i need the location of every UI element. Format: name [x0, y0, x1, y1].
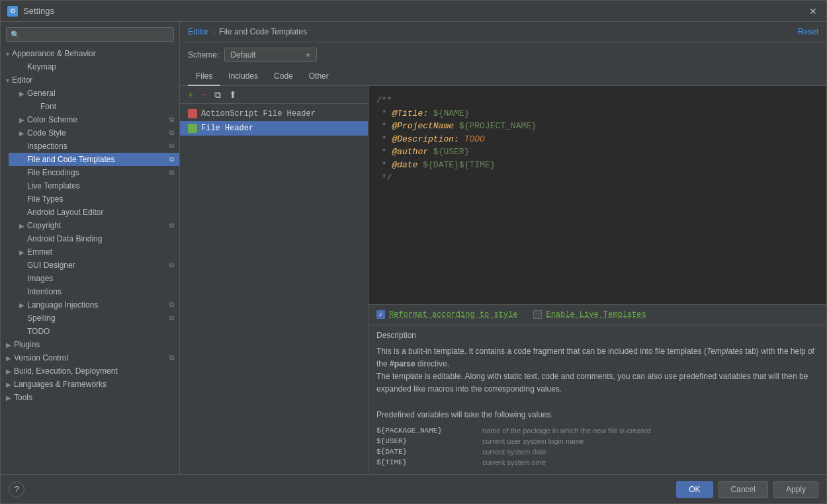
- sidebar-item-todo[interactable]: TODO: [9, 325, 179, 338]
- template-item-actionscript[interactable]: ActionScript File Header: [180, 106, 368, 121]
- sidebar-item-label: Code Style: [27, 128, 66, 138]
- tab-includes[interactable]: Includes: [220, 67, 266, 86]
- copy-icon-file-encodings: ⧉: [169, 169, 174, 177]
- sidebar-group-general-children: Font: [9, 100, 179, 113]
- sidebar-item-label: Language Injections: [27, 300, 98, 310]
- sidebar-item-gui-designer[interactable]: GUI Designer ⧉: [9, 259, 179, 272]
- template-toolbar: + − ⧉ ⬆: [180, 86, 368, 104]
- sidebar-item-file-encodings[interactable]: File Encodings ⧉: [9, 166, 179, 179]
- breadcrumb: Editor › File and Code Templates Reset: [180, 22, 826, 42]
- desc-var-name: ${PACKAGE_NAME}: [376, 427, 482, 435]
- code-line: * @ProjectName ${PROJECT_NAME}: [376, 120, 818, 133]
- code-line: * @author ${USER}: [376, 146, 818, 159]
- reformat-label: Reformat according to style: [389, 310, 517, 319]
- close-button[interactable]: ✕: [806, 5, 820, 18]
- sidebar-item-version-control[interactable]: ▶ Version Control ⧉: [1, 351, 179, 364]
- sidebar-item-spelling[interactable]: Spelling ⧉: [9, 312, 179, 325]
- copy-template-button[interactable]: ⧉: [212, 89, 224, 101]
- breadcrumb-current: File and Code Templates: [219, 27, 307, 36]
- sidebar-item-label: Tools: [14, 393, 32, 402]
- scheme-select[interactable]: Default ▼: [224, 48, 317, 62]
- sidebar-item-android-layout-editor[interactable]: Android Layout Editor: [9, 206, 179, 219]
- ok-button[interactable]: OK: [676, 481, 713, 498]
- copy-icon-inspections: ⧉: [169, 142, 174, 150]
- tab-other[interactable]: Other: [301, 67, 337, 86]
- code-line: */: [376, 171, 818, 185]
- chevron-down-icon: ▼: [304, 52, 311, 59]
- apply-button[interactable]: Apply: [773, 481, 818, 498]
- sidebar-item-editor[interactable]: ▾ Editor: [1, 73, 179, 87]
- description-title: Description: [376, 331, 818, 340]
- sidebar-item-build[interactable]: ▶ Build, Execution, Deployment: [1, 364, 179, 378]
- expand-arrow-editor: ▾: [6, 77, 9, 84]
- help-button[interactable]: ?: [9, 482, 24, 497]
- cancel-button[interactable]: Cancel: [718, 481, 768, 498]
- sidebar-item-label: Editor: [12, 75, 32, 85]
- tab-code[interactable]: Code: [266, 67, 301, 86]
- bottom-bar: ? OK Cancel Apply: [1, 474, 826, 503]
- sidebar-item-language-injections[interactable]: ▶ Language Injections ⧉: [9, 298, 179, 312]
- live-templates-label: Enable Live Templates: [546, 310, 646, 319]
- sidebar-item-file-and-code-templates[interactable]: File and Code Templates ⧉: [9, 153, 179, 166]
- desc-variable-row: ${DATE}current system date: [376, 448, 818, 456]
- desc-var-desc: name of the package in which the new fil…: [482, 427, 651, 435]
- desc-variable-row: ${TIME}current system time: [376, 458, 818, 466]
- sidebar-item-emmet[interactable]: ▶ Emmet: [9, 245, 179, 259]
- sidebar-item-tools[interactable]: ▶ Tools: [1, 391, 179, 404]
- expand-arrow-plugins: ▶: [6, 341, 11, 349]
- sidebar-item-label: Languages & Frameworks: [14, 380, 107, 389]
- desc-variable-row: ${PACKAGE_NAME}name of the package in wh…: [376, 427, 818, 435]
- breadcrumb-editor[interactable]: Editor: [188, 27, 208, 36]
- copy-icon-code-style: ⧉: [169, 129, 174, 137]
- sidebar-item-live-templates[interactable]: Live Templates: [9, 179, 179, 192]
- sidebar-item-intentions[interactable]: Intentions: [9, 285, 179, 298]
- sidebar-group-appearance-children: Keymap: [1, 60, 179, 73]
- import-template-button[interactable]: ⬆: [226, 89, 239, 101]
- code-line: * @Title: ${NAME}: [376, 107, 818, 120]
- sidebar-item-appearance[interactable]: ▾ Appearance & Behavior: [1, 47, 179, 60]
- remove-template-button[interactable]: −: [198, 89, 209, 101]
- sidebar-item-images[interactable]: Images: [9, 272, 179, 285]
- sidebar-item-font[interactable]: Font: [30, 100, 179, 113]
- sidebar-item-color-scheme[interactable]: ▶ Color Scheme ⧉: [9, 113, 179, 126]
- desc-var-name: ${DATE}: [376, 448, 482, 456]
- sidebar-item-inspections[interactable]: Inspections ⧉: [9, 140, 179, 153]
- sidebar-item-plugins[interactable]: ▶ Plugins: [1, 338, 179, 351]
- search-input[interactable]: [22, 30, 169, 39]
- sidebar-item-label: Plugins: [14, 340, 40, 349]
- sidebar-item-android-data-binding[interactable]: Android Data Binding: [9, 232, 179, 245]
- live-templates-checkbox[interactable]: [533, 310, 542, 319]
- sidebar-item-code-style[interactable]: ▶ Code Style ⧉: [9, 126, 179, 140]
- sidebar-item-copyright[interactable]: ▶ Copyright ⧉: [9, 219, 179, 232]
- copy-icon-copyright: ⧉: [169, 222, 174, 230]
- copy-icon-gui: ⧉: [169, 261, 174, 269]
- search-box[interactable]: 🔍: [6, 27, 174, 42]
- code-editor[interactable]: /** * @Title: ${NAME} * @ProjectName ${P…: [369, 86, 826, 304]
- sidebar-item-languages[interactable]: ▶ Languages & Frameworks: [1, 378, 179, 391]
- sidebar: 🔍 ▾ Appearance & Behavior Keymap ▾ Edito…: [1, 22, 180, 474]
- tab-files[interactable]: Files: [188, 67, 220, 86]
- desc-var-desc: current system time: [482, 458, 546, 466]
- description-panel: Description This is a built-in template.…: [369, 325, 826, 474]
- sidebar-item-general[interactable]: ▶ General: [9, 87, 179, 100]
- editor-area: /** * @Title: ${NAME} * @ProjectName ${P…: [369, 86, 826, 474]
- breadcrumb-separator: ›: [212, 27, 215, 36]
- template-item-file-header[interactable]: File Header: [180, 121, 368, 136]
- expand-arrow-copyright: ▶: [19, 222, 24, 230]
- add-template-button[interactable]: +: [185, 89, 196, 101]
- reset-link[interactable]: Reset: [798, 27, 818, 36]
- settings-window: ⚙ Settings ✕ 🔍 ▾ Appearance & Behavior K…: [0, 0, 827, 504]
- sidebar-item-keymap[interactable]: Keymap: [9, 60, 179, 73]
- window-title: Settings: [23, 6, 806, 16]
- expand-arrow-build: ▶: [6, 368, 11, 375]
- sidebar-item-label: Emmet: [27, 247, 52, 257]
- code-line: /**: [376, 94, 818, 107]
- sidebar-item-file-types[interactable]: File Types: [9, 192, 179, 206]
- scheme-label: Scheme:: [188, 50, 219, 60]
- tabs-bar: Files Includes Code Other: [180, 67, 826, 86]
- sidebar-item-label: General: [27, 89, 56, 98]
- reformat-checkbox[interactable]: ✓: [376, 310, 385, 319]
- expand-arrow-emmet: ▶: [19, 249, 24, 256]
- sidebar-item-label: Copyright: [27, 221, 61, 230]
- description-text: This is a built-in template. It contains…: [376, 345, 818, 421]
